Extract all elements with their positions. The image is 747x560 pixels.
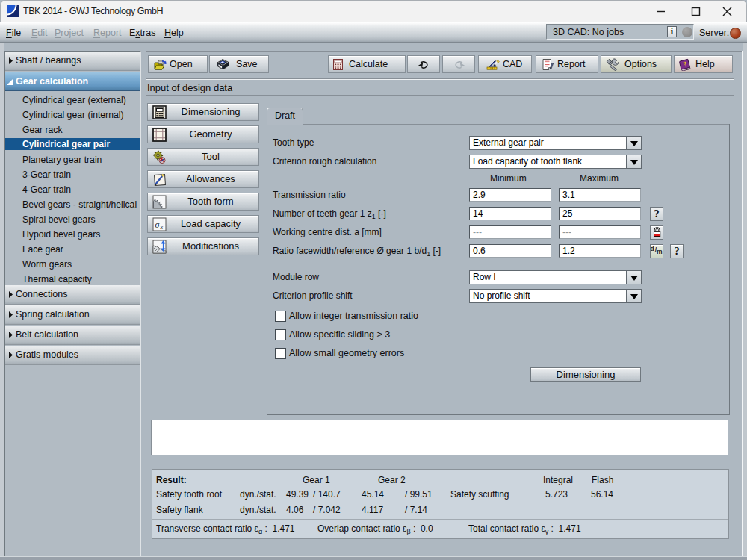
svg-text:x: x — [160, 224, 164, 231]
